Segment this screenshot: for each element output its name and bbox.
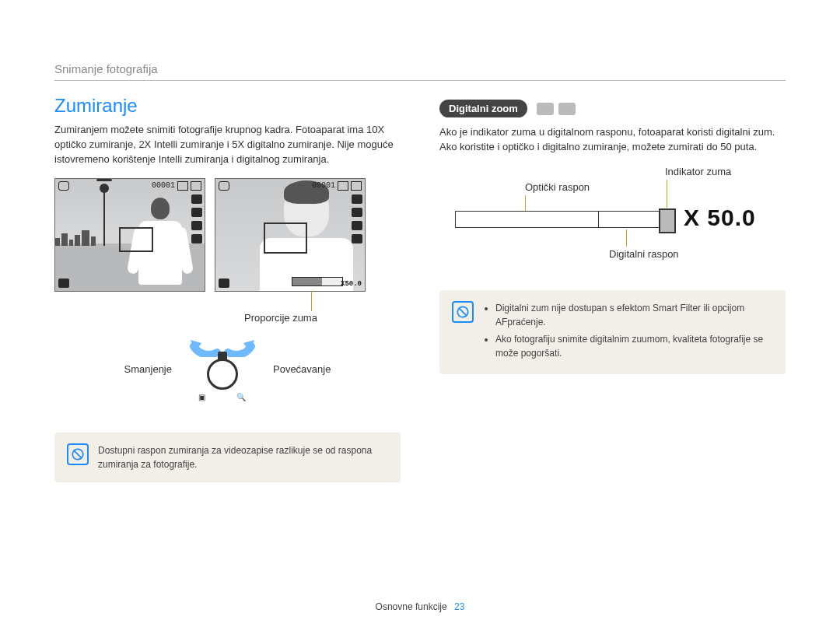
right-column: Digitalni zoom Ako je indikator zuma u d… (439, 95, 786, 482)
page-number: 23 (454, 601, 464, 612)
indicator-label: Indikator zuma (665, 166, 731, 177)
zoom-bar (292, 277, 343, 286)
mode-icons (537, 103, 576, 115)
optical-segment (455, 211, 599, 228)
focus-box-icon (264, 222, 307, 254)
zoom-value: X50.0 (341, 280, 362, 288)
zoom-indicator-icon (659, 208, 676, 233)
osd-icon (219, 278, 229, 288)
zoom-increase-label: Povećavanje (273, 363, 331, 375)
zoom-ring-icon (207, 359, 238, 390)
footer-label: Osnovne funkcije (376, 601, 447, 612)
lamp-icon (103, 190, 105, 246)
optical-range-label: Optički raspon (525, 181, 590, 193)
note-list: Digitalni zum nije dostupan s efektom Sm… (483, 301, 773, 363)
note-icon (452, 301, 474, 323)
zoom-track (455, 211, 673, 228)
mode-camera-icon (537, 103, 554, 115)
leader-line (667, 180, 667, 208)
page-title: Zumiranje (54, 95, 401, 117)
section-header: Snimanje fotografija (54, 62, 786, 81)
note-item: Ako fotografiju snimite digitalnim zuumo… (495, 332, 773, 360)
zoom-readout: X 50.0 (684, 205, 756, 231)
digital-range-label: Digitalni raspon (609, 248, 679, 260)
osd-icon (191, 194, 202, 204)
page-footer: Osnovne funkcije 23 (0, 601, 840, 612)
zoom-in-icon: 🔍 (236, 393, 246, 401)
leader-line (525, 195, 526, 211)
osd-icon (352, 234, 362, 243)
osd-icon (352, 208, 362, 217)
left-column: Zumiranje Zumiranjem možete snimiti foto… (54, 95, 401, 482)
focus-box-icon (119, 227, 153, 252)
osd-icon (191, 234, 202, 243)
camera-screen-zoomed: 00001 X50.0 (215, 178, 366, 292)
osd-icon (352, 194, 362, 204)
digital-zoom-diagram: Indikator zuma Optički raspon X 50.0 Dig… (439, 166, 786, 282)
zoom-proportion-label: Proporcije zuma (244, 312, 317, 324)
camera-screen-wide: 00001 (54, 178, 205, 292)
shot-counter: 00001 (312, 181, 335, 190)
zoom-ring-illustration: ▣ 🔍 (187, 337, 257, 401)
zoom-out-icon: ▣ (198, 393, 205, 401)
osd-icon (191, 208, 202, 217)
zoom-decrease-label: Smanjenje (124, 363, 172, 375)
battery-icon (177, 181, 188, 191)
note-box: Digitalni zum nije dostupan s efektom Sm… (439, 290, 786, 374)
osd-icon (58, 278, 69, 288)
digital-zoom-paragraph: Ako je indikator zuma u digitalnom raspo… (439, 125, 786, 155)
osd-icon (191, 221, 202, 230)
card-icon (351, 181, 362, 191)
card-icon (191, 181, 201, 191)
leader-line (311, 291, 312, 311)
camera-mode-icon (58, 181, 69, 191)
battery-icon (338, 181, 348, 191)
note-item: Digitalni zum nije dostupan s efektom Sm… (495, 301, 773, 329)
intro-paragraph: Zumiranjem možete snimiti fotografije kr… (54, 123, 401, 167)
osd-icon (352, 221, 362, 230)
note-box: Dostupni raspon zumiranja za videozapise… (54, 433, 401, 482)
camera-mode-icon (219, 181, 229, 191)
mode-scene-icon (558, 103, 576, 115)
note-icon (67, 443, 89, 465)
shot-counter: 00001 (152, 181, 175, 190)
camera-screenshots: 00001 (54, 178, 401, 292)
leader-line (626, 229, 627, 247)
note-text: Dostupni raspon zumiranja za videozapise… (98, 443, 388, 471)
digital-zoom-pill: Digitalni zoom (439, 100, 527, 117)
